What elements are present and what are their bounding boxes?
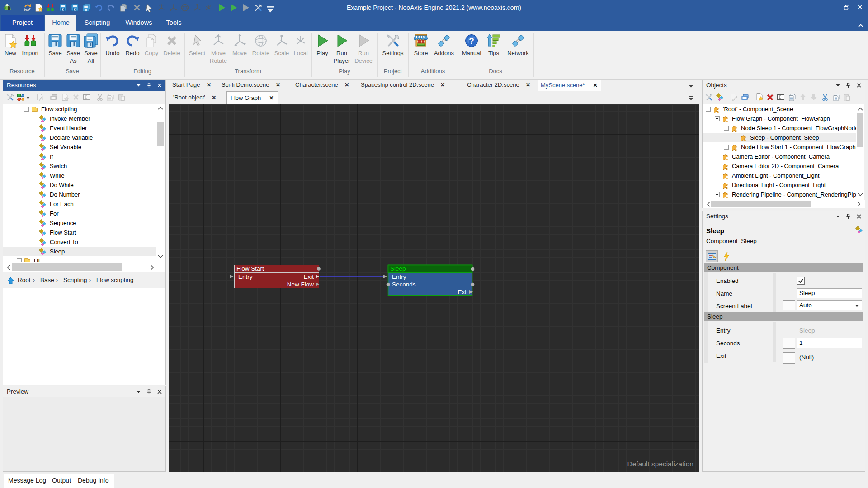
- svg-text:?: ?: [469, 36, 474, 46]
- svg-text:Entry: Entry: [238, 273, 253, 280]
- svg-text:Exit: Exit: [303, 273, 314, 280]
- svg-text:Entry: Entry: [392, 273, 406, 280]
- svg-text:Sleep: Sleep: [390, 265, 406, 272]
- svg-text:New Flow: New Flow: [287, 281, 314, 288]
- svg-text:Seconds: Seconds: [392, 281, 416, 288]
- svg-text:Default specialization: Default specialization: [627, 460, 693, 468]
- svg-text:Exit: Exit: [458, 289, 468, 296]
- svg-text:Flow Start: Flow Start: [236, 265, 264, 272]
